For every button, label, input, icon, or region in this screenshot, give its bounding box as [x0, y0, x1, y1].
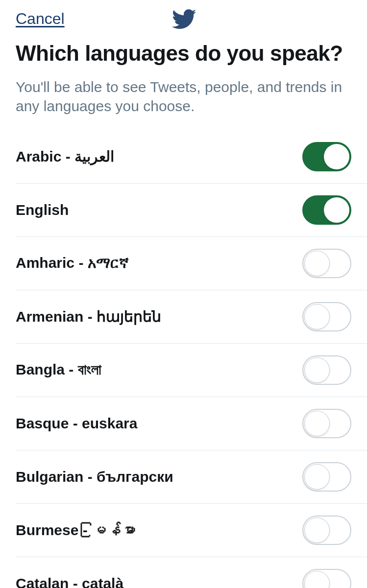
toggle-knob: [324, 144, 349, 169]
language-row: Amharic - አማርኛ: [16, 237, 367, 290]
language-toggle[interactable]: [302, 142, 351, 171]
page-subtitle: You'll be able to see Tweets, people, an…: [0, 71, 367, 130]
language-label: Armenian - հայերեն: [16, 308, 161, 325]
language-label: Amharic - አማርኛ: [16, 255, 129, 272]
language-row: Bangla - বাংলা: [16, 344, 367, 397]
toggle-knob: [304, 517, 330, 543]
language-toggle[interactable]: [302, 516, 351, 545]
language-row: Basque - euskara: [16, 397, 367, 450]
language-row: English: [16, 184, 367, 237]
language-row: Arabic - العربية: [16, 130, 367, 184]
toggle-knob: [304, 464, 330, 490]
language-list: Arabic - العربيةEnglishAmharic - አማርኛArm…: [0, 130, 367, 588]
language-toggle[interactable]: [302, 195, 351, 225]
header: Cancel: [0, 0, 367, 33]
language-toggle[interactable]: [302, 409, 351, 438]
language-label: Arabic - العربية: [16, 148, 114, 165]
language-label: Basque - euskara: [16, 415, 137, 432]
cancel-button[interactable]: Cancel: [16, 10, 65, 28]
toggle-knob: [304, 571, 330, 588]
language-row: Burmese - မြန်မာ: [16, 504, 367, 557]
language-label: Bangla - বাংলা: [16, 361, 101, 378]
toggle-knob: [304, 251, 330, 276]
language-toggle[interactable]: [302, 302, 351, 331]
language-row: Catalan - català: [16, 557, 367, 588]
language-toggle[interactable]: [302, 462, 351, 492]
toggle-knob: [324, 197, 349, 223]
language-toggle[interactable]: [302, 569, 351, 588]
toggle-knob: [304, 357, 330, 383]
language-label: English: [16, 202, 69, 218]
page-title: Which languages do you speak?: [0, 33, 367, 71]
toggle-knob: [304, 304, 330, 329]
language-row: Armenian - հայերեն: [16, 290, 367, 344]
language-label: Catalan - català: [16, 575, 123, 588]
language-label: Burmese - မြန်မာ: [16, 522, 136, 539]
language-label: Bulgarian - български: [16, 469, 173, 485]
language-toggle[interactable]: [302, 249, 351, 278]
toggle-knob: [304, 411, 330, 436]
language-toggle[interactable]: [302, 355, 351, 385]
language-row: Bulgarian - български: [16, 450, 367, 504]
twitter-logo-icon: [171, 6, 196, 32]
